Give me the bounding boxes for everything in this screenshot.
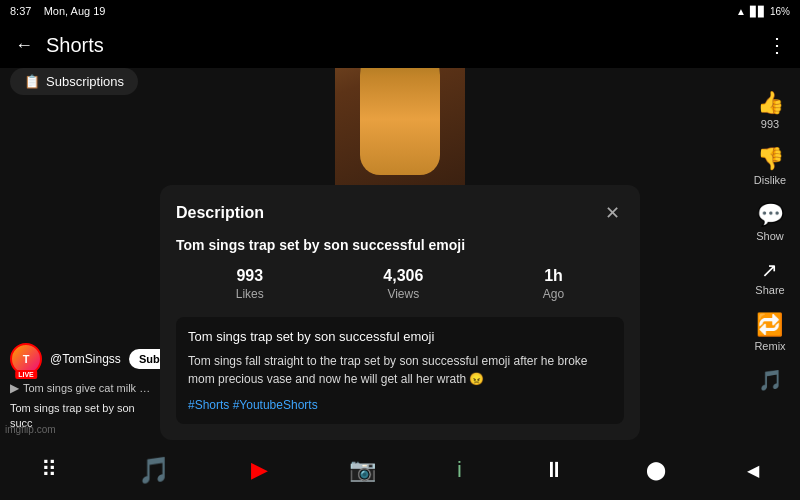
instagram-icon[interactable]: 📷 xyxy=(349,457,376,483)
show-icon: 💬 xyxy=(757,202,784,228)
home-button[interactable]: ⬤ xyxy=(646,459,666,481)
channel-name[interactable]: @TomSingss xyxy=(50,352,121,366)
share-label: Share xyxy=(755,284,784,296)
status-date: Mon, Aug 19 xyxy=(44,5,106,17)
audio-action[interactable]: 🎵 xyxy=(758,368,783,392)
like-action[interactable]: 👍 993 xyxy=(757,90,784,130)
page-title: Shorts xyxy=(46,34,754,57)
description-title: Tom sings trap set by son successful emo… xyxy=(188,329,612,344)
modal-header: Description ✕ xyxy=(176,201,624,225)
status-bar: 8:37 Mon, Aug 19 ▲ ▊▊ 16% xyxy=(0,0,800,22)
remix-icon: 🔁 xyxy=(756,312,783,338)
remix-label: Remix xyxy=(754,340,785,352)
subscriptions-button[interactable]: 📋 Subscriptions xyxy=(10,68,138,95)
back-nav-button[interactable]: ◀ xyxy=(747,461,759,480)
modal-close-button[interactable]: ✕ xyxy=(600,201,624,225)
tiktok-icon[interactable]: 🎵 xyxy=(138,455,170,486)
youtube-icon[interactable]: ▶ xyxy=(251,457,268,483)
ago-value: 1h xyxy=(544,267,563,285)
status-time: 8:37 xyxy=(10,5,31,17)
remix-action[interactable]: 🔁 Remix xyxy=(754,312,785,352)
description-box: Tom sings trap set by son successful emo… xyxy=(176,317,624,424)
imovie-icon[interactable]: i xyxy=(457,457,462,483)
watermark: imgflip.com xyxy=(5,424,56,435)
dislike-action[interactable]: 👎 Dislike xyxy=(754,146,786,186)
back-button[interactable]: ← xyxy=(10,31,38,59)
header: ← Shorts ⋮ xyxy=(0,22,800,68)
modal-title: Description xyxy=(176,204,264,222)
live-badge: LIVE xyxy=(15,370,37,379)
stats-row: 993 Likes 4,306 Views 1h Ago xyxy=(176,267,624,301)
description-body: Tom sings fall straight to the trap set … xyxy=(188,352,612,388)
stat-likes: 993 Likes xyxy=(236,267,264,301)
subscriptions-icon: 📋 xyxy=(24,74,40,89)
dislike-icon: 👎 xyxy=(757,146,784,172)
wifi-icon: ▲ xyxy=(736,6,746,17)
like-count: 993 xyxy=(761,118,779,130)
right-sidebar: 👍 993 👎 Dislike 💬 Show ↗ Share 🔁 Remix 🎵 xyxy=(740,80,800,440)
audio-icon: 🎵 xyxy=(758,368,783,392)
share-icon: ↗ xyxy=(761,258,778,282)
hashtags[interactable]: #Shorts #YoutubeShorts xyxy=(188,398,612,412)
status-time-date: 8:37 Mon, Aug 19 xyxy=(10,5,105,17)
dislike-label: Dislike xyxy=(754,174,786,186)
subscriptions-label: Subscriptions xyxy=(46,74,124,89)
apps-icon[interactable]: ⠿ xyxy=(41,457,57,483)
stat-ago: 1h Ago xyxy=(543,267,564,301)
next-video-text: Tom sings give cat milk full of g xyxy=(23,382,153,394)
views-label: Views xyxy=(387,287,419,301)
like-icon: 👍 xyxy=(757,90,784,116)
more-options-button[interactable]: ⋮ xyxy=(762,31,790,59)
stat-views: 4,306 Views xyxy=(383,267,423,301)
play-icon: ▶ xyxy=(10,381,19,395)
avatar: T LIVE xyxy=(10,343,42,375)
views-value: 4,306 xyxy=(383,267,423,285)
bottom-nav: ⠿ 🎵 ▶ 📷 i ⏸ ⬤ ◀ xyxy=(0,440,800,500)
show-label: Show xyxy=(756,230,784,242)
ago-label: Ago xyxy=(543,287,564,301)
likes-value: 993 xyxy=(236,267,263,285)
share-action[interactable]: ↗ Share xyxy=(755,258,784,296)
likes-label: Likes xyxy=(236,287,264,301)
battery-level: 16% xyxy=(770,6,790,17)
signal-icon: ▊▊ xyxy=(750,6,766,17)
modal-video-title: Tom sings trap set by son successful emo… xyxy=(176,237,624,253)
subscriptions-area: 📋 Subscriptions xyxy=(10,68,138,95)
description-modal: Description ✕ Tom sings trap set by son … xyxy=(160,185,640,440)
status-right: ▲ ▊▊ 16% xyxy=(736,6,790,17)
pause-icon: ⏸ xyxy=(543,457,565,483)
show-action[interactable]: 💬 Show xyxy=(756,202,784,242)
